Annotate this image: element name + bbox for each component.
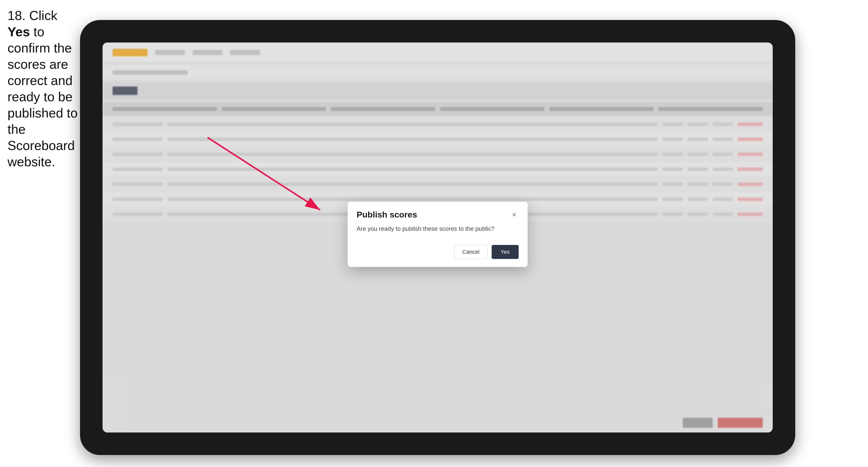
- cancel-button[interactable]: Cancel: [454, 245, 488, 259]
- dialog-footer: Cancel Yes: [348, 240, 528, 267]
- yes-button[interactable]: Yes: [492, 245, 519, 259]
- publish-scores-dialog: Publish scores × Are you ready to publis…: [348, 202, 528, 267]
- close-button[interactable]: ×: [510, 210, 519, 219]
- tablet-frame: Publish scores × Are you ready to publis…: [80, 20, 795, 455]
- dialog-title: Publish scores: [356, 210, 417, 219]
- dialog-message: Are you ready to publish these scores to…: [356, 224, 519, 233]
- dialog-header: Publish scores ×: [348, 202, 528, 224]
- tablet-screen: Publish scores × Are you ready to publis…: [102, 42, 773, 433]
- instruction-text: 18. Click Yes to confirm the scores are …: [7, 7, 80, 170]
- dialog-body: Are you ready to publish these scores to…: [348, 224, 528, 240]
